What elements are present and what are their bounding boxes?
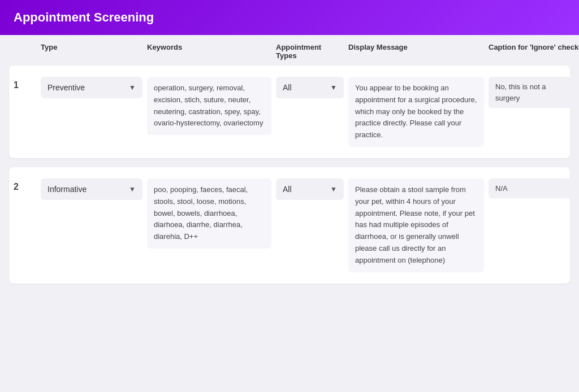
header: Appointment Screening	[0, 0, 579, 35]
col-header-type: Type	[41, 43, 142, 60]
appt-type-label-2: All	[283, 185, 292, 194]
type-dropdown-2[interactable]: Informative ▼	[41, 178, 142, 200]
appt-type-dropdown-2[interactable]: All ▼	[276, 178, 344, 200]
table-row: 2 Informative ▼ poo, pooping, faeces, fa…	[9, 167, 570, 284]
chevron-down-icon: ▼	[129, 84, 136, 92]
appt-type-dropdown-1[interactable]: All ▼	[276, 77, 344, 98]
page-title: Appointment Screening	[14, 10, 154, 24]
table-row: 1 Preventive ▼ operation, surgery, remov…	[9, 66, 570, 158]
display-message-cell-1: You appear to be booking an appointment …	[348, 77, 484, 147]
keywords-cell-1: operation, surgery, removal, excision, s…	[147, 77, 271, 135]
caption-text-2: N/A	[489, 178, 573, 199]
appt-type-label-1: All	[283, 83, 292, 92]
type-dropdown-1[interactable]: Preventive ▼	[41, 77, 142, 98]
chevron-down-icon: ▼	[330, 185, 337, 193]
row-number-2: 2	[14, 178, 36, 192]
caption-area-1: No, this is not a surgery	[489, 77, 579, 108]
display-message-cell-2: Please obtain a stool sample from your p…	[348, 178, 484, 272]
type-label-1: Preventive	[47, 83, 85, 92]
keywords-cell-2: poo, pooping, faeces, faecal, stools, st…	[147, 178, 271, 249]
chevron-down-icon: ▼	[129, 185, 136, 193]
col-header-keywords: Keywords	[147, 43, 271, 60]
column-headers: Type Keywords Appointment Types Display …	[9, 35, 570, 66]
type-label-2: Informative	[47, 185, 87, 194]
col-header-empty	[14, 43, 36, 60]
col-header-appt-types: Appointment Types	[276, 43, 344, 60]
table-container: Type Keywords Appointment Types Display …	[0, 35, 579, 302]
col-header-display-message: Display Message	[348, 43, 484, 60]
col-header-caption: Caption for 'Ignore' check-box	[489, 43, 579, 60]
chevron-down-icon: ▼	[330, 84, 337, 92]
caption-text-1: No, this is not a surgery	[489, 77, 573, 108]
caption-area-2: N/A	[489, 178, 579, 201]
row-number-1: 1	[14, 77, 36, 90]
